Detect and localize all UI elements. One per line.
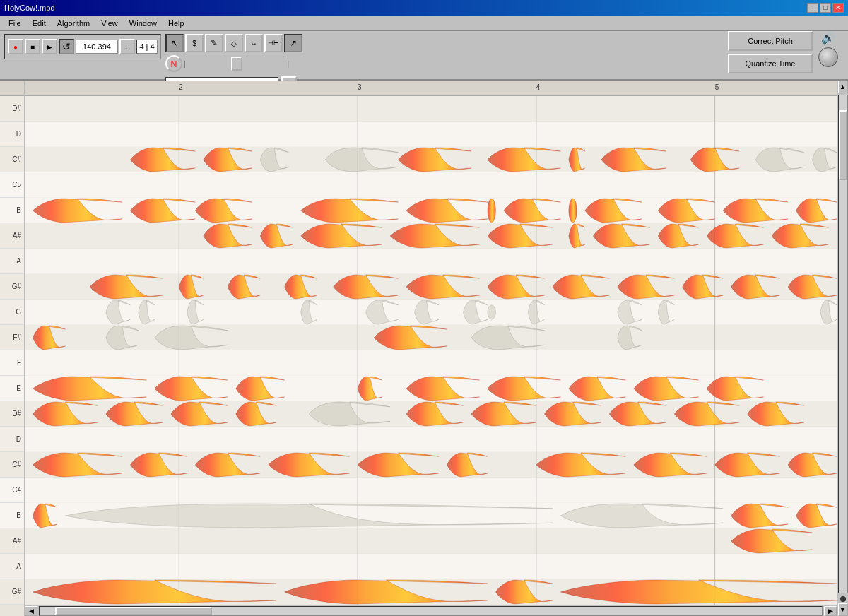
play-button[interactable]: ▶: [42, 39, 57, 54]
pitch-label-A: A: [0, 554, 24, 579]
pitch-label-B: B: [0, 198, 24, 223]
cursor-tool[interactable]: ↗: [284, 34, 302, 52]
time-signature[interactable]: 4 | 4: [136, 40, 158, 54]
timeline: 2345: [25, 81, 837, 96]
timeline-marker-4: 4: [536, 83, 541, 91]
transport-controls: ● ■ ▶ ↺ 140.394 ... 4 | 4: [4, 34, 161, 59]
quantize-time-button[interactable]: Quantize Time: [728, 54, 813, 73]
timeline-marker-3: 3: [358, 83, 362, 91]
scroll-down-arrow[interactable]: ▼: [838, 603, 848, 616]
algo-button[interactable]: N: [165, 55, 182, 72]
volume-icon[interactable]: 🔊: [821, 31, 835, 45]
minimize-button[interactable]: —: [807, 3, 818, 13]
pitch-tool[interactable]: $: [185, 34, 204, 52]
pitch-label-D: D: [0, 427, 24, 452]
tempo-display[interactable]: 140.394: [76, 40, 118, 54]
toolbar: ● ■ ▶ ↺ 140.394 ... 4 | 4 ↖ $ ✎ ◇ ↔ ⊣⊢ ↗…: [0, 31, 848, 81]
v-scroll-track[interactable]: [838, 95, 848, 593]
pitch-label-C#: C#: [0, 452, 24, 478]
menu-bar: File Edit Algorithm View Window Help: [0, 16, 848, 31]
pitch-label-E: E: [0, 376, 24, 401]
stretch-tool[interactable]: ↔: [245, 34, 263, 52]
scroll-left-arrow[interactable]: ◀: [25, 606, 37, 616]
pitch-label-A: A: [0, 249, 24, 274]
close-button[interactable]: ✕: [832, 3, 844, 13]
slider-left-bound: |: [184, 60, 186, 68]
erase-tool[interactable]: ◇: [225, 34, 243, 52]
vertical-scrollbar: ▲ ▼: [837, 81, 848, 616]
main-content: D#DC#C5BA#AG#GF#FED#DC#C4BA#AG# 2345 ◀ ▶…: [0, 81, 848, 616]
record-button[interactable]: ●: [8, 39, 23, 54]
right-action-buttons: Correct Pitch Quantize Time: [728, 31, 813, 73]
pitch-label-F#: F#: [0, 325, 24, 350]
notes-canvas: [25, 96, 837, 605]
algo-row: N | |: [165, 55, 311, 72]
tools-row-1: ↖ $ ✎ ◇ ↔ ⊣⊢ ↗: [165, 34, 311, 52]
volume-area: 🔊: [815, 31, 841, 67]
timeline-marker-5: 5: [715, 83, 719, 91]
menu-algorithm[interactable]: Algorithm: [52, 18, 95, 29]
split-tool[interactable]: ⊣⊢: [264, 34, 283, 52]
pitch-label-A#: A#: [0, 223, 24, 249]
tempo-more-button[interactable]: ...: [119, 39, 135, 54]
window-controls: — □ ✕: [807, 3, 844, 13]
pitch-label-F: F: [0, 350, 24, 376]
select-tool[interactable]: ↖: [165, 34, 184, 52]
volume-knob[interactable]: [818, 47, 838, 67]
correct-pitch-button[interactable]: Correct Pitch: [728, 31, 813, 51]
pitch-slider-area: | |: [184, 55, 311, 72]
slider-right-bound: |: [288, 60, 290, 68]
pitch-label-G: G: [0, 300, 24, 325]
pitch-label-G#: G#: [0, 274, 24, 300]
menu-view[interactable]: View: [95, 18, 124, 29]
stop-button[interactable]: ■: [25, 39, 40, 54]
scroll-up-arrow[interactable]: ▲: [838, 81, 848, 93]
menu-edit[interactable]: Edit: [27, 18, 52, 29]
window-title: HolyCow!.mpd: [4, 4, 55, 12]
loop-button[interactable]: ↺: [59, 39, 74, 54]
pitch-label-G#: G#: [0, 579, 24, 605]
pitch-label-C4: C4: [0, 478, 24, 503]
menu-help[interactable]: Help: [163, 18, 190, 29]
v-scroll-dot: [840, 596, 846, 602]
pitch-label-B: B: [0, 503, 24, 528]
h-scroll-track[interactable]: [39, 606, 823, 616]
pitch-label-D: D: [0, 122, 24, 147]
h-scroll-thumb[interactable]: [55, 607, 211, 615]
pitch-slider[interactable]: [187, 57, 286, 71]
pitch-label-C5: C5: [0, 172, 24, 198]
horizontal-scrollbar: ◀ ▶: [25, 605, 837, 616]
menu-file[interactable]: File: [3, 18, 27, 29]
pitch-label-A#: A#: [0, 528, 24, 554]
v-scroll-thumb[interactable]: [839, 110, 847, 180]
pitch-label-column: D#DC#C5BA#AG#GF#FED#DC#C4BA#AG#: [0, 81, 25, 616]
draw-tool[interactable]: ✎: [205, 34, 223, 52]
maximize-button[interactable]: □: [820, 3, 831, 13]
timeline-marker-2: 2: [179, 83, 183, 91]
scroll-right-arrow[interactable]: ▶: [824, 606, 837, 616]
menu-window[interactable]: Window: [124, 18, 163, 29]
title-bar: HolyCow!.mpd — □ ✕: [0, 0, 848, 16]
pitch-label-D#: D#: [0, 401, 24, 427]
pitch-label-D#: D#: [0, 96, 24, 122]
pitch-label-C#: C#: [0, 147, 24, 172]
grid-area[interactable]: [25, 96, 837, 605]
